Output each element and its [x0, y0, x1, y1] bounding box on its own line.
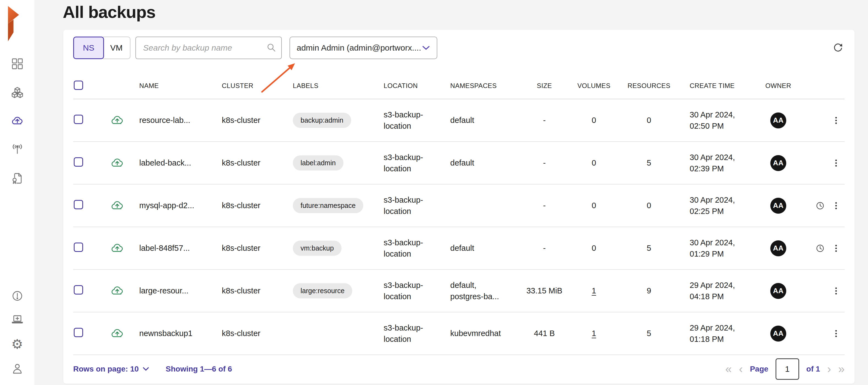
- location-cell: s3-backup-location: [384, 109, 450, 131]
- kebab-icon: [831, 199, 842, 212]
- sidebar-item-licenses[interactable]: [11, 171, 24, 185]
- backup-cloud-icon: [110, 241, 124, 255]
- backup-name[interactable]: newnsbackup1: [139, 329, 222, 338]
- cubes-icon: [11, 86, 24, 99]
- resources-cell: 5: [621, 244, 677, 253]
- last-page-button[interactable]: »: [838, 363, 845, 375]
- location-cell: s3-backup-location: [384, 322, 450, 344]
- location-cell: s3-backup-location: [384, 280, 450, 302]
- col-volumes: VOLUMES: [566, 82, 621, 90]
- create-time-cell: 30 Apr 2024,01:29 PM: [677, 237, 756, 259]
- toggle-vm-button[interactable]: VM: [103, 37, 130, 59]
- toolbar: NS VM admin Admin (admin@portworx....: [73, 37, 845, 59]
- select-all-checkbox[interactable]: [74, 81, 83, 90]
- backup-cloud-icon: [110, 284, 124, 298]
- col-cluster: CLUSTER: [222, 82, 293, 90]
- col-create-time: CREATE TIME: [677, 82, 756, 90]
- kebab-icon: [831, 157, 842, 169]
- laptop-plus-icon: [11, 314, 24, 326]
- certificate-file-icon: [11, 172, 24, 185]
- toggle-ns-button[interactable]: NS: [73, 37, 104, 59]
- table-row: mysql-app-d2... k8s-cluster future:names…: [73, 185, 845, 227]
- prev-page-button[interactable]: ‹: [739, 363, 743, 375]
- backup-name[interactable]: mysql-app-d2...: [139, 201, 222, 210]
- row-actions-kebab[interactable]: [827, 157, 845, 169]
- sidebar: ⚙: [0, 0, 34, 385]
- schedule-clock-icon: [815, 200, 826, 211]
- resources-cell: 0: [621, 201, 677, 210]
- backups-card: NS VM admin Admin (admin@portworx....: [63, 30, 855, 384]
- volumes-cell: 0: [566, 244, 621, 253]
- refresh-button[interactable]: [831, 41, 845, 55]
- volumes-cell: 0: [566, 201, 621, 210]
- chevron-down-icon: [422, 46, 430, 50]
- cluster-name: k8s-cluster: [222, 116, 293, 125]
- page-number-input[interactable]: [776, 358, 799, 380]
- size-cell: 33.15 MiB: [522, 286, 566, 295]
- cluster-name: k8s-cluster: [222, 201, 293, 210]
- row-checkbox[interactable]: [74, 328, 83, 337]
- row-actions-kebab[interactable]: [827, 114, 845, 127]
- row-actions-kebab[interactable]: [827, 285, 845, 297]
- backup-name[interactable]: large-resour...: [139, 286, 222, 295]
- resources-cell: 5: [621, 329, 677, 338]
- row-checkbox[interactable]: [74, 200, 83, 209]
- table-row: newnsbackup1 k8s-cluster s3-backup-locat…: [73, 312, 845, 355]
- kebab-icon: [831, 114, 842, 127]
- row-actions-kebab[interactable]: [827, 242, 845, 255]
- backup-name[interactable]: labeled-back...: [139, 158, 222, 167]
- location-cell: s3-backup-location: [384, 194, 450, 217]
- rows-per-page-dropdown[interactable]: Rows on page: 10: [73, 365, 139, 374]
- backup-cloud-icon: [110, 113, 124, 128]
- table-row: labeled-back... k8s-cluster label:admin …: [73, 142, 845, 185]
- next-page-button[interactable]: ›: [827, 363, 831, 375]
- refresh-icon: [832, 41, 844, 54]
- page-of-label: of 1: [806, 365, 820, 374]
- sidebar-item-dashboard[interactable]: [11, 57, 24, 70]
- row-actions-kebab[interactable]: [827, 199, 845, 212]
- volumes-link[interactable]: 1: [592, 329, 596, 338]
- resources-cell: 0: [621, 116, 677, 125]
- col-labels: LABELS: [293, 82, 384, 90]
- kebab-icon: [831, 327, 842, 340]
- table-row: resource-lab... k8s-cluster backup:admin…: [73, 99, 845, 142]
- backup-name[interactable]: resource-lab...: [139, 116, 222, 125]
- owner-avatar: AA: [770, 326, 786, 342]
- create-time-cell: 30 Apr 2024,02:39 PM: [677, 152, 756, 174]
- sidebar-item-backups[interactable]: [11, 115, 24, 128]
- search-input[interactable]: [135, 37, 282, 59]
- backup-cloud-icon: [110, 198, 124, 213]
- sidebar-item-clusters[interactable]: [11, 86, 24, 99]
- owner-avatar: AA: [770, 283, 786, 299]
- col-resources: RESOURCES: [621, 82, 677, 90]
- backup-cloud-icon: [110, 326, 124, 341]
- row-checkbox[interactable]: [74, 285, 83, 294]
- backup-cloud-icon: [110, 156, 124, 170]
- row-actions-kebab[interactable]: [827, 327, 845, 340]
- row-checkbox[interactable]: [74, 157, 83, 167]
- row-checkbox[interactable]: [74, 243, 83, 252]
- first-page-button[interactable]: «: [725, 363, 732, 375]
- volumes-link[interactable]: 1: [592, 286, 596, 295]
- kebab-icon: [831, 285, 842, 297]
- size-cell: -: [522, 244, 566, 253]
- sidebar-item-settings[interactable]: ⚙: [11, 338, 24, 351]
- page-label: Page: [750, 365, 768, 374]
- owner-avatar: AA: [770, 198, 786, 214]
- table-footer: Rows on page: 10 Showing 1—6 of 6 « ‹ Pa…: [73, 355, 845, 383]
- sidebar-item-alerts[interactable]: [11, 289, 24, 302]
- namespaces-cell: kubevmredhat: [450, 328, 522, 339]
- backup-name[interactable]: label-848f57...: [139, 244, 222, 253]
- sidebar-item-diagnostics[interactable]: [11, 314, 24, 327]
- size-cell: -: [522, 116, 566, 125]
- portworx-logo[interactable]: [5, 6, 22, 43]
- label-badge: backup:admin: [293, 113, 351, 128]
- row-checkbox[interactable]: [74, 115, 83, 124]
- alert-circle-icon: [11, 290, 24, 302]
- page-title: All backups: [63, 2, 155, 22]
- cluster-name: k8s-cluster: [222, 286, 293, 295]
- label-badge: future:namespace: [293, 198, 363, 213]
- sidebar-item-profile[interactable]: [11, 362, 24, 375]
- sidebar-item-activity[interactable]: [11, 143, 24, 156]
- owner-filter-select[interactable]: admin Admin (admin@portworx....: [289, 37, 437, 59]
